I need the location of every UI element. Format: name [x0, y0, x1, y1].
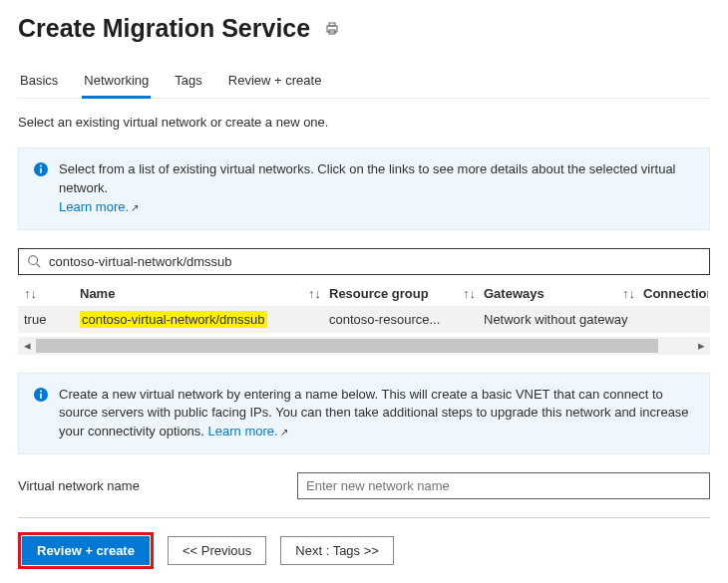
- svg-rect-9: [40, 393, 42, 398]
- svg-point-10: [40, 390, 42, 392]
- sort-icon[interactable]: ↑↓: [622, 286, 635, 301]
- row-gateways-value: Network without gateway: [484, 312, 643, 327]
- tab-basics[interactable]: Basics: [18, 67, 60, 98]
- svg-line-7: [37, 264, 41, 268]
- sort-icon[interactable]: ↑↓: [24, 286, 37, 301]
- vnet-table: ↑↓ Name↑↓ Resource group↑↓ Gateways↑↓ Co…: [18, 281, 710, 333]
- row-name-value: contoso-virtual-network/dmssub: [80, 311, 267, 328]
- learn-more-link-create[interactable]: Learn more.: [208, 424, 278, 438]
- external-link-icon: ↗: [280, 427, 288, 437]
- col-header-connections[interactable]: Connection:: [643, 286, 708, 301]
- tab-tags[interactable]: Tags: [173, 67, 203, 98]
- scroll-thumb[interactable]: [36, 339, 658, 353]
- previous-button[interactable]: << Previous: [168, 536, 266, 565]
- next-button[interactable]: Next : Tags >>: [280, 536, 394, 565]
- intro-text: Select an existing virtual network or cr…: [18, 115, 710, 130]
- scroll-left-icon[interactable]: ◂: [18, 337, 36, 355]
- vnet-name-label: Virtual network name: [18, 478, 297, 493]
- page-title: Create Migration Service: [18, 14, 310, 43]
- info-icon: [33, 161, 49, 217]
- scroll-right-icon[interactable]: ▸: [692, 337, 710, 355]
- svg-rect-1: [329, 23, 335, 26]
- external-link-icon: ↗: [131, 202, 139, 213]
- print-icon[interactable]: [324, 21, 340, 37]
- row-resource-group-value: contoso-resource...: [329, 312, 484, 327]
- table-row[interactable]: true contoso-virtual-network/dmssub cont…: [18, 306, 710, 333]
- search-icon: [27, 254, 47, 268]
- info-create-text: Create a new virtual network by entering…: [59, 387, 689, 439]
- review-create-button[interactable]: Review + create: [22, 536, 150, 565]
- learn-more-link-select[interactable]: Learn more.: [59, 199, 129, 214]
- vnet-name-input[interactable]: [297, 472, 710, 499]
- col-header-name[interactable]: Name: [80, 286, 115, 301]
- search-field[interactable]: [18, 248, 710, 275]
- footer-bar: Review + create << Previous Next : Tags …: [18, 517, 710, 583]
- tab-networking[interactable]: Networking: [82, 67, 151, 99]
- col-header-gateways[interactable]: Gateways: [484, 286, 545, 301]
- search-input[interactable]: [47, 253, 701, 270]
- col-header-resource-group[interactable]: Resource group: [329, 286, 429, 301]
- info-icon: [33, 387, 49, 442]
- tabs: Basics Networking Tags Review + create: [18, 67, 710, 99]
- info-create-new: Create a new virtual network by entering…: [18, 373, 710, 455]
- horizontal-scrollbar[interactable]: ◂ ▸: [18, 337, 710, 355]
- svg-rect-4: [40, 168, 42, 173]
- tab-review-create[interactable]: Review + create: [226, 67, 324, 98]
- sort-icon[interactable]: ↑↓: [308, 286, 321, 301]
- row-selected-value: true: [20, 312, 80, 327]
- sort-icon[interactable]: ↑↓: [463, 286, 476, 301]
- svg-point-5: [40, 165, 42, 167]
- info-select-text: Select from a list of existing virtual n…: [59, 161, 676, 195]
- svg-point-6: [29, 256, 38, 265]
- review-create-highlight: Review + create: [18, 532, 154, 569]
- info-select-existing: Select from a list of existing virtual n…: [18, 147, 710, 230]
